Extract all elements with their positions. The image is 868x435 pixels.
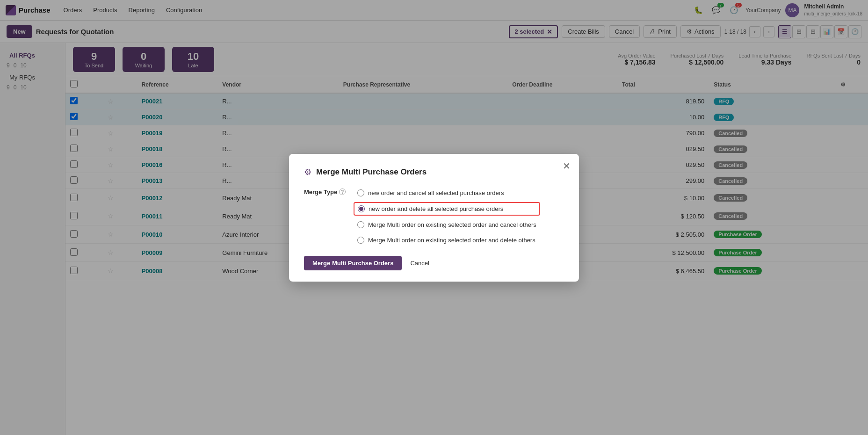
merge-modal: ⚙ Merge Multi Purchase Orders ✕ Merge Ty… [289, 154, 579, 282]
merge-radio-3[interactable] [357, 221, 364, 228]
merge-radio-2[interactable] [358, 205, 365, 212]
merge-type-label: Merge Type ? [304, 187, 346, 196]
modal-title: Merge Multi Purchase Orders [316, 167, 564, 177]
merge-option-1[interactable]: new order and cancel all selected purcha… [354, 187, 540, 199]
modal-gear-icon: ⚙ [304, 167, 311, 177]
merge-button[interactable]: Merge Multi Purchse Orders [304, 256, 402, 270]
help-icon[interactable]: ? [339, 188, 346, 195]
modal-header: ⚙ Merge Multi Purchase Orders [304, 167, 564, 177]
merge-radio-1[interactable] [357, 189, 364, 196]
merge-type-options: new order and cancel all selected purcha… [354, 187, 540, 246]
modal-overlay[interactable]: ⚙ Merge Multi Purchase Orders ✕ Merge Ty… [0, 0, 868, 435]
modal-footer: Merge Multi Purchse Orders Cancel [304, 256, 564, 270]
modal-cancel-button[interactable]: Cancel [406, 256, 433, 270]
merge-option-2[interactable]: new order and delete all selected purcha… [354, 202, 540, 216]
merge-radio-4[interactable] [357, 237, 364, 244]
merge-type-field: Merge Type ? new order and cancel all se… [304, 187, 564, 246]
merge-option-4[interactable]: Merge Multi order on existing selected o… [354, 234, 540, 246]
modal-close-button[interactable]: ✕ [563, 160, 571, 172]
merge-option-3[interactable]: Merge Multi order on existing selected o… [354, 218, 540, 231]
